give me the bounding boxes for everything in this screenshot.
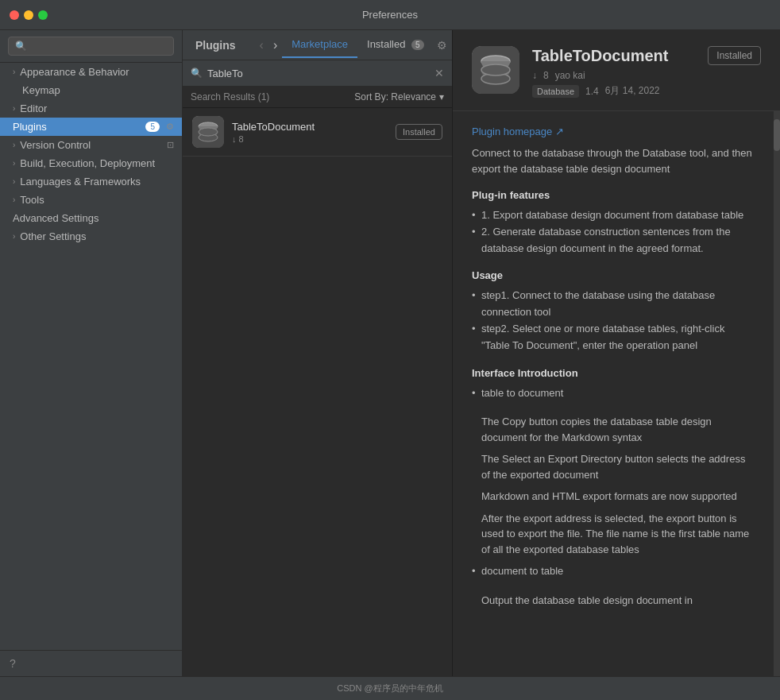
plugin-installed-button[interactable]: Installed: [396, 124, 442, 140]
detail-info: TableToDocument Installed ↓ 8 yao kai Da…: [532, 46, 761, 98]
detail-tags: Database 1.4 6月 14, 2022: [532, 84, 761, 98]
chevron-down-icon: ▾: [439, 91, 444, 102]
list-item: 2. Generate database construction senten…: [472, 224, 755, 257]
search-icon: 🔍: [191, 68, 203, 79]
detail-date: 6月 14, 2022: [605, 84, 660, 98]
list-item: 1. Export database design document from …: [472, 207, 755, 224]
sidebar-item-label: Languages & Frameworks: [20, 176, 141, 188]
chevron-right-icon: ›: [13, 177, 15, 186]
sort-by-label: Sort By: Relevance: [354, 91, 436, 102]
features-section-title: Plug-in features: [472, 189, 755, 201]
plugin-item-downloads: ↓ 8: [232, 134, 388, 144]
svg-point-7: [481, 64, 510, 75]
interface-para-5: Output the database table design documen…: [481, 593, 755, 609]
search-results-count: Search Results (1): [191, 91, 269, 102]
detail-scrollbar-thumb[interactable]: [774, 119, 780, 151]
download-icon: ↓: [232, 134, 237, 144]
plugin-panel: Plugins ‹ › Marketplace Installed 5 ⚙ 🔍 …: [183, 30, 453, 676]
detail-content: Plugin homepage ↗ Connect to the databas…: [453, 111, 774, 676]
detail-version: 1.4: [585, 86, 599, 97]
sidebar-item-languages[interactable]: › Languages & Frameworks: [0, 172, 182, 191]
list-item: step1. Connect to the database using the…: [472, 288, 755, 321]
installed-badge: 5: [411, 40, 424, 50]
download-icon: ↓: [532, 70, 537, 81]
sidebar-item-label: Plugins: [13, 121, 47, 133]
plugins-badge: 5: [145, 122, 160, 132]
sidebar: › Appearance & Behavior Keymap › Editor …: [0, 30, 183, 676]
clear-search-icon[interactable]: ✕: [434, 67, 444, 79]
svg-point-3: [199, 128, 218, 136]
list-item[interactable]: TableToDocument ↓ 8 Installed: [183, 108, 452, 157]
sidebar-item-appearance[interactable]: › Appearance & Behavior: [0, 63, 182, 81]
sidebar-item-tools[interactable]: › Tools: [0, 191, 182, 209]
plugin-description: Connect to the database through the Data…: [472, 145, 755, 176]
sidebar-item-label: Version Control: [20, 139, 91, 151]
sidebar-item-editor[interactable]: › Editor: [0, 99, 182, 118]
detail-panel: TableToDocument Installed ↓ 8 yao kai Da…: [453, 30, 780, 676]
plugin-tabs: Plugins ‹ › Marketplace Installed 5 ⚙: [183, 30, 452, 60]
sidebar-item-label: Tools: [20, 194, 44, 206]
plugin-search-bar: 🔍 ✕: [183, 60, 452, 87]
window-title: Preferences: [362, 9, 418, 21]
sidebar-item-plugins[interactable]: Plugins 5 ⚙: [0, 118, 182, 136]
list-item: document to table: [472, 563, 755, 580]
chevron-right-icon: ›: [13, 159, 15, 168]
tab-installed[interactable]: Installed 5: [357, 32, 434, 58]
plugin-item-info: TableToDocument ↓ 8: [232, 121, 388, 144]
chevron-right-icon: ›: [13, 141, 15, 149]
sidebar-item-other[interactable]: › Other Settings: [0, 227, 182, 246]
detail-plugin-icon: [472, 46, 519, 94]
sidebar-item-label: Other Settings: [20, 230, 86, 242]
main-container: › Appearance & Behavior Keymap › Editor …: [0, 30, 780, 676]
interface-para-1: The Copy button copies the database tabl…: [481, 414, 755, 445]
vc-icon: ⊡: [167, 140, 174, 150]
help-button[interactable]: ?: [10, 657, 16, 670]
sidebar-item-version-control[interactable]: › Version Control ⊡: [0, 136, 182, 154]
plugins-panel-title: Plugins: [189, 39, 242, 52]
detail-plugin-name: TableToDocument: [532, 47, 668, 65]
detail-header: TableToDocument Installed ↓ 8 yao kai Da…: [453, 30, 780, 111]
detail-tag-database: Database: [532, 85, 579, 98]
nav-back-icon[interactable]: ‹: [255, 35, 268, 56]
sidebar-item-label: Appearance & Behavior: [20, 66, 129, 78]
detail-meta: ↓ 8 yao kai: [532, 70, 761, 81]
sidebar-item-keymap[interactable]: Keymap: [0, 81, 182, 99]
interface-para-2: The Select an Export Directory button se…: [481, 451, 755, 482]
detail-installed-button[interactable]: Installed: [708, 46, 761, 65]
interface-list: table to document: [472, 385, 755, 402]
sidebar-search-container: [0, 30, 182, 63]
sidebar-item-label: Editor: [20, 102, 47, 114]
sort-by-dropdown[interactable]: Sort By: Relevance ▾: [354, 91, 444, 102]
minimize-button[interactable]: [24, 10, 33, 20]
nav-forward-icon[interactable]: ›: [268, 35, 282, 56]
sidebar-item-label: Advanced Settings: [13, 212, 98, 224]
traffic-lights: [10, 10, 48, 20]
chevron-right-icon: ›: [13, 104, 15, 113]
usage-section-title: Usage: [472, 269, 755, 281]
sidebar-item-build[interactable]: › Build, Execution, Deployment: [0, 154, 182, 172]
gear-icon[interactable]: ⚙: [434, 36, 450, 55]
detail-title-row: TableToDocument Installed: [532, 46, 761, 65]
list-item: step2. Select one or more database table…: [472, 321, 755, 354]
detail-scrollbar[interactable]: [774, 111, 780, 676]
sidebar-search-input[interactable]: [8, 37, 174, 56]
plugin-list: TableToDocument ↓ 8 Installed: [183, 108, 452, 676]
usage-list: step1. Connect to the database using the…: [472, 288, 755, 354]
chevron-right-icon: ›: [13, 195, 15, 204]
plugin-icon: [192, 116, 224, 148]
titlebar: Preferences: [0, 0, 780, 30]
detail-author: yao kai: [555, 70, 585, 81]
features-list: 1. Export database design document from …: [472, 207, 755, 257]
sidebar-item-label: Keymap: [22, 84, 60, 96]
plugins-settings-icon[interactable]: ⚙: [166, 122, 174, 132]
sidebar-item-advanced[interactable]: Advanced Settings: [0, 209, 182, 227]
tab-marketplace[interactable]: Marketplace: [282, 32, 357, 58]
chevron-right-icon: ›: [13, 232, 15, 241]
maximize-button[interactable]: [38, 10, 48, 20]
interface-section-title: Interface Introduction: [472, 367, 755, 379]
detail-downloads: 8: [543, 70, 549, 81]
plugin-search-input[interactable]: [207, 68, 430, 79]
close-button[interactable]: [10, 10, 19, 20]
plugin-homepage-link[interactable]: Plugin homepage ↗: [472, 126, 564, 137]
plugin-item-name: TableToDocument: [232, 121, 388, 133]
